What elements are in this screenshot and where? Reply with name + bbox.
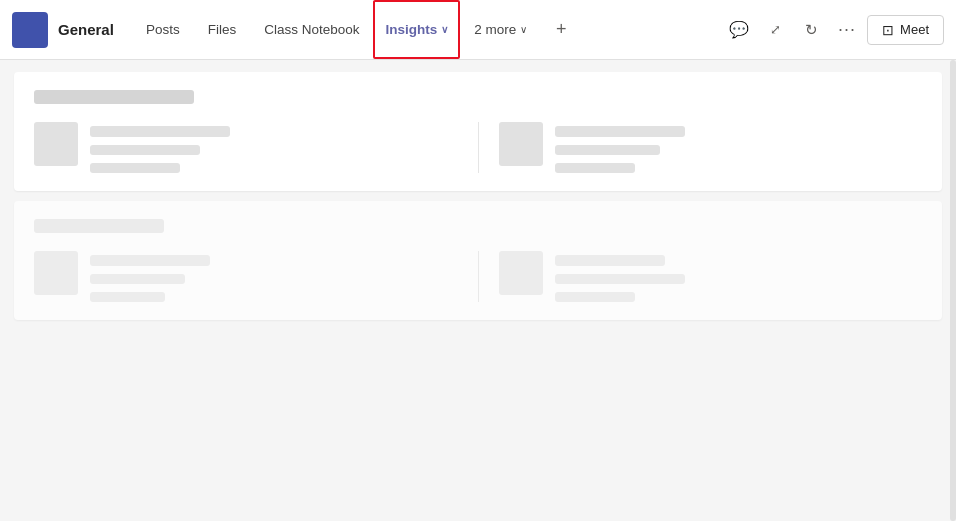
more-label: 2 more	[474, 22, 516, 37]
card1-lines-right	[555, 122, 923, 173]
skeleton-line	[555, 274, 685, 284]
channel-name: General	[58, 21, 114, 38]
chevron-down-icon: ∨	[441, 24, 448, 35]
card2-lines-right	[555, 251, 923, 302]
chat-icon-button[interactable]: 💬	[723, 14, 755, 46]
main-content	[0, 60, 956, 521]
expand-button[interactable]: ⤢	[759, 14, 791, 46]
skeleton-line	[555, 255, 665, 266]
card1-thumb-right	[499, 122, 543, 166]
card2-thumb-right	[499, 251, 543, 295]
skeleton-line	[555, 292, 635, 302]
card2-row	[34, 251, 922, 302]
tab-more[interactable]: 2 more ∨	[460, 0, 541, 59]
card1-row	[34, 122, 922, 173]
skeleton-line	[555, 145, 660, 155]
card1-header-skeleton	[34, 90, 194, 104]
header-actions: 💬 ⤢ ↻ ··· ⊡ Meet	[723, 14, 944, 46]
skeleton-line	[90, 163, 180, 173]
insights-label: Insights	[385, 22, 437, 37]
skeleton-line	[90, 274, 185, 284]
team-icon	[12, 12, 48, 48]
chevron-down-icon-more: ∨	[520, 24, 527, 35]
card1-item-right	[478, 122, 923, 173]
card2-item-left	[34, 251, 458, 302]
skeleton-line	[555, 126, 685, 137]
more-options-button[interactable]: ···	[831, 14, 863, 46]
refresh-button[interactable]: ↻	[795, 14, 827, 46]
more-options-icon: ···	[838, 19, 856, 40]
skeleton-line	[90, 292, 165, 302]
card2-lines-left	[90, 251, 458, 302]
card1-item-left	[34, 122, 458, 173]
meet-label: Meet	[900, 22, 929, 37]
skeleton-line	[555, 163, 635, 173]
scrollbar[interactable]	[950, 60, 956, 521]
skeleton-line	[90, 255, 210, 266]
card1-thumb-left	[34, 122, 78, 166]
card2-item-right	[478, 251, 923, 302]
content-card-2	[14, 201, 942, 320]
meet-camera-icon: ⊡	[882, 22, 894, 38]
chat-icon: 💬	[729, 20, 749, 39]
tab-files[interactable]: Files	[194, 0, 251, 59]
content-card-1	[14, 72, 942, 191]
card2-header-skeleton	[34, 219, 164, 233]
card2-thumb-left	[34, 251, 78, 295]
meet-button[interactable]: ⊡ Meet	[867, 15, 944, 45]
skeleton-line	[90, 145, 200, 155]
tab-insights[interactable]: Insights ∨	[373, 0, 460, 59]
header: General Posts Files Class Notebook Insig…	[0, 0, 956, 60]
card1-lines-left	[90, 122, 458, 173]
nav-tabs: Posts Files Class Notebook Insights ∨ 2 …	[132, 0, 723, 59]
tab-posts[interactable]: Posts	[132, 0, 194, 59]
expand-icon: ⤢	[770, 22, 781, 37]
add-tab-button[interactable]: +	[545, 14, 577, 46]
refresh-icon: ↻	[805, 21, 818, 39]
tab-class-notebook[interactable]: Class Notebook	[250, 0, 373, 59]
skeleton-line	[90, 126, 230, 137]
